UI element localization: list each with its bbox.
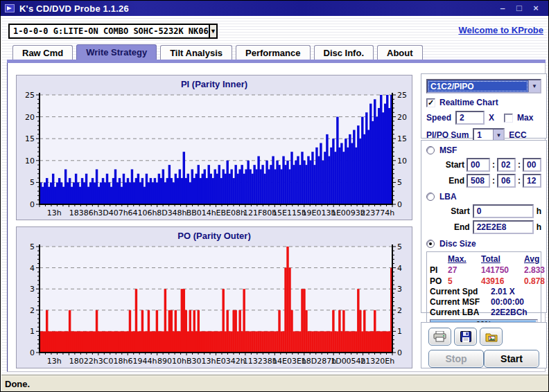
- lba-start-input[interactable]: 0: [473, 204, 534, 218]
- start-button[interactable]: Start: [484, 350, 539, 368]
- drive-select[interactable]: 1-0-0-0 G:LITE-ON COMBO SOHC-5232K NK06 …: [8, 24, 218, 39]
- svg-text:10: 10: [397, 157, 407, 166]
- po-stats-label: PO: [430, 276, 448, 286]
- svg-text:5: 5: [30, 242, 35, 251]
- tab-performance[interactable]: Performance: [236, 45, 310, 60]
- svg-text:EBE08h: EBE08h: [216, 208, 245, 217]
- current-msf-value: 00:00:00: [491, 297, 538, 307]
- svg-text:8D348h: 8D348h: [157, 208, 186, 217]
- msf-end-f-input[interactable]: 12: [523, 174, 541, 188]
- status-text: Done.: [1, 379, 30, 389]
- chevron-down-icon[interactable]: ▼: [528, 80, 540, 92]
- msf-end-s-input[interactable]: 06: [497, 174, 516, 188]
- po-total: 43916: [481, 276, 524, 286]
- current-lba-label: Current LBA: [430, 308, 491, 317]
- floppy-disk-icon: [460, 331, 471, 342]
- svg-text:3: 3: [30, 285, 35, 294]
- svg-text:E0342h: E0342h: [216, 357, 245, 366]
- msf-radio[interactable]: [426, 146, 435, 154]
- status-bar: Done.: [1, 375, 549, 392]
- current-speed-label: Current Spd: [430, 287, 491, 296]
- current-lba-row: Current LBA 22E2BCh: [430, 308, 538, 317]
- tab-disc-info[interactable]: Disc Info.: [314, 45, 374, 60]
- welcome-link[interactable]: Welcome to KProbe: [458, 25, 543, 35]
- colon-separator: :: [492, 176, 495, 186]
- current-msf-label: Current MSF: [430, 297, 491, 307]
- svg-text:2: 2: [397, 306, 402, 315]
- mode-select[interactable]: C1C2/PIPO ▼: [426, 79, 541, 93]
- po-max: 5: [448, 276, 481, 286]
- ecc-label: ECC: [509, 130, 526, 140]
- svg-text:10: 10: [25, 157, 35, 166]
- maximize-icon[interactable]: □: [514, 1, 525, 15]
- minimize-icon[interactable]: –: [497, 1, 508, 15]
- current-lba-value: 22E2BCh: [491, 308, 538, 317]
- svg-text:18022h: 18022h: [69, 357, 98, 366]
- svg-text:4: 4: [397, 264, 402, 273]
- msf-start-m-input[interactable]: 00: [467, 158, 490, 172]
- chevron-down-icon[interactable]: ▼: [209, 25, 216, 37]
- msf-start-s-input[interactable]: 02: [497, 158, 516, 172]
- stats-header-avg: Avg: [524, 254, 549, 264]
- svg-text:223774h: 223774h: [360, 208, 394, 217]
- svg-text:3C018h: 3C018h: [98, 357, 128, 366]
- svg-text:64106h: 64106h: [128, 208, 157, 217]
- svg-text:121F80h: 121F80h: [243, 208, 277, 217]
- tab-write-strategy[interactable]: Write Strategy: [76, 44, 157, 60]
- svg-text:61944h: 61944h: [128, 357, 157, 366]
- close-icon[interactable]: ×: [530, 1, 541, 15]
- lba-end-label: End: [454, 222, 470, 232]
- speed-label: Speed: [426, 113, 451, 123]
- max-label: Max: [517, 113, 533, 123]
- lba-label: LBA: [439, 192, 457, 202]
- svg-text:0: 0: [397, 200, 402, 209]
- lba-start-label: Start: [451, 206, 469, 216]
- open-image-button[interactable]: [480, 328, 503, 346]
- disc-size-radio[interactable]: [426, 240, 435, 248]
- folder-image-icon: [485, 332, 498, 342]
- svg-text:21320Eh: 21320Eh: [360, 357, 394, 366]
- speed-unit-label: X: [489, 113, 494, 123]
- app-window: K's CD/DVD Probe 1.1.26 – □ × 1-0-0-0 G:…: [0, 0, 549, 392]
- chevron-down-icon[interactable]: ▼: [493, 130, 503, 141]
- drive-select-value: 1-0-0-0 G:LITE-ON COMBO SOHC-5232K NK06: [10, 25, 209, 37]
- pipo-sum-label: PI/PO Sum: [426, 130, 469, 140]
- msf-end-m-input[interactable]: 508: [467, 174, 490, 188]
- pipo-sum-value: 1: [474, 130, 493, 141]
- stats-header-total: Total: [481, 254, 524, 264]
- colon-separator: :: [518, 176, 521, 186]
- stop-button[interactable]: Stop: [428, 350, 484, 368]
- msf-start-f-input[interactable]: 00: [523, 158, 541, 172]
- tab-raw-cmd[interactable]: Raw Cmd: [12, 45, 73, 60]
- pi-stats-row: PI 27 141750 2.833: [430, 265, 538, 275]
- msf-label: MSF: [439, 145, 457, 155]
- colon-separator: :: [492, 160, 495, 170]
- current-speed-row: Current Spd 2.01 X: [430, 287, 538, 296]
- mode-select-value: C1C2/PIPO: [428, 80, 528, 92]
- tab-tilt-analysis[interactable]: Tilt Analysis: [160, 45, 232, 60]
- print-button[interactable]: [428, 328, 451, 346]
- svg-text:20: 20: [25, 113, 35, 122]
- stats-header-max: Max.: [448, 254, 481, 264]
- pi-avg: 2.833: [524, 265, 549, 275]
- lba-end-input[interactable]: 22E2E8: [473, 220, 534, 234]
- svg-text:25: 25: [25, 91, 35, 100]
- save-button[interactable]: [454, 328, 477, 346]
- po-chart: PO (Parity Outer) 00112233445513h18022h3…: [16, 226, 412, 368]
- app-icon: [5, 4, 15, 12]
- pi-max: 27: [448, 265, 481, 275]
- tab-about[interactable]: About: [377, 45, 423, 60]
- svg-text:BB014h: BB014h: [186, 208, 216, 217]
- pi-chart-title: PI (Parity Inner): [17, 75, 412, 90]
- po-stats-row: PO 5 43916 0.878: [430, 276, 538, 286]
- realtime-chart-checkbox[interactable]: ✓: [426, 98, 435, 107]
- range-group: MSF Start 00 : 02 : 00 End 508 : 06 : 12: [421, 140, 547, 313]
- svg-text:4: 4: [30, 264, 35, 273]
- max-checkbox[interactable]: [504, 114, 513, 123]
- speed-input[interactable]: 2: [455, 111, 485, 125]
- svg-text:13h: 13h: [47, 208, 62, 217]
- client-area: 1-0-0-0 G:LITE-ON COMBO SOHC-5232K NK06 …: [1, 16, 549, 375]
- write-strategy-panel: PI (Parity Inner) 0055101015152020252513…: [7, 63, 546, 372]
- lba-radio[interactable]: [426, 193, 435, 201]
- pi-stats-label: PI: [430, 265, 448, 275]
